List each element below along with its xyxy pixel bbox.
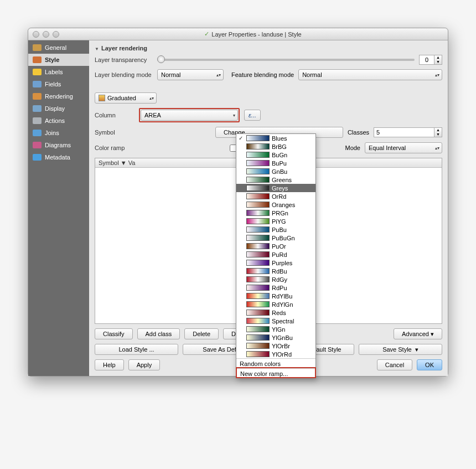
ramp-option-ylorrd[interactable]: YlOrRd [236,350,315,358]
cancel-button[interactable]: Cancel [377,359,412,370]
color-ramp-label: Color ramp [95,145,134,151]
sidebar-item-general[interactable]: General [28,42,89,54]
ramp-swatch-icon [246,351,270,357]
ramp-option-greens[interactable]: Greens [236,176,315,184]
layer-blend-select[interactable]: Normal▴▾ [157,69,224,80]
ramp-name: PuBu [272,226,287,233]
join-icon [33,130,42,136]
sidebar-item-style[interactable]: Style [28,54,89,66]
ramp-swatch-icon [246,168,270,174]
ramp-option-rdpu[interactable]: RdPu [236,284,315,292]
classes-value[interactable] [374,127,434,137]
ramp-option-purd[interactable]: PuRd [236,250,315,259]
minimize-icon[interactable] [43,31,49,38]
ramp-option-rdgy[interactable]: RdGy [236,275,315,284]
ramp-swatch-icon [246,243,270,249]
ramp-name: YlOrRd [272,351,292,358]
ramp-name: Greys [272,185,288,192]
transparency-slider[interactable] [157,59,415,61]
ramp-name: RdPu [272,285,287,291]
ramp-option-bupu[interactable]: BuPu [236,159,315,167]
ramp-name: Spectral [272,318,294,324]
ramp-option-ylgnbu[interactable]: YlGnBu [236,333,315,342]
ramp-option-greys[interactable]: Greys [236,184,315,192]
apply-button[interactable]: Apply [128,359,161,370]
ramp-new-color-ramp[interactable]: New color ramp... [237,368,315,377]
mode-select[interactable]: Equal Interval▴▾ [365,142,442,153]
wrench-icon [33,44,42,51]
ramp-option-pubu[interactable]: PuBu [236,225,315,234]
transparency-spinbox[interactable]: ▲▼ [419,55,442,65]
ramp-name: RdGy [272,276,287,283]
transparency-value[interactable] [419,55,434,65]
ramp-random-colors[interactable]: Random colors [236,358,315,367]
ramp-option-oranges[interactable]: Oranges [236,200,315,209]
ramp-swatch-icon [246,202,270,208]
diagram-icon [33,142,42,148]
sidebar-item-labels[interactable]: Labels [28,66,89,78]
ramp-option-rdylgn[interactable]: RdYlGn [236,300,315,308]
ramp-name: PuRd [272,251,287,258]
classes-spinbox[interactable]: ▲▼ [374,127,442,137]
ramp-name: Reds [272,310,286,316]
sidebar-item-label: Metadata [45,154,70,161]
sidebar-item-metadata[interactable]: Metadata [28,151,89,163]
column-label: Column [95,112,134,118]
sidebar-item-label: Rendering [45,93,73,100]
titlebar: ✓ Layer Properties - landuse | Style [28,28,448,40]
sidebar-item-diagrams[interactable]: Diagrams [28,139,89,151]
save-style-button[interactable]: Save Style ▾ [359,344,442,355]
classify-button[interactable]: Classify [95,328,133,339]
zoom-icon[interactable] [53,31,59,38]
close-icon[interactable] [33,31,39,38]
help-button[interactable]: Help [95,359,124,370]
delete-button[interactable]: Delete [184,328,219,339]
ramp-swatch-icon [246,185,270,191]
ramp-name: PiYG [272,218,286,225]
ramp-option-puor[interactable]: PuOr [236,242,315,250]
sidebar-item-actions[interactable]: Actions [28,115,89,127]
expression-button[interactable]: ε... [244,110,261,121]
ramp-option-pubugn[interactable]: PuBuGn [236,234,315,242]
sidebar-item-fields[interactable]: Fields [28,78,89,90]
renderer-type-select[interactable]: Graduated▴▾ [95,92,157,104]
ramp-option-piyg[interactable]: PiYG [236,217,315,225]
ramp-option-purples[interactable]: Purples [236,259,315,267]
ramp-option-blues[interactable]: ✓Blues [236,134,315,142]
ramp-name: RdBu [272,268,287,275]
brush-icon [33,56,42,63]
ramp-option-orrd[interactable]: OrRd [236,192,315,200]
ramp-name: BrBG [272,143,287,150]
ramp-option-ylgn[interactable]: YlGn [236,325,315,333]
ramp-swatch-icon [246,210,270,216]
ramp-option-rdbu[interactable]: RdBu [236,267,315,275]
color-ramp-dropdown[interactable]: ✓BluesBrBGBuGnBuPuGnBuGreensGreysOrRdOra… [236,133,316,378]
sidebar-item-display[interactable]: Display [28,102,89,115]
load-style-button[interactable]: Load Style ... [95,344,178,355]
sidebar-item-label: Labels [45,69,63,75]
layer-rendering-header[interactable]: Layer rendering [95,44,442,55]
ramp-option-prgn[interactable]: PRGn [236,209,315,217]
feature-blend-select[interactable]: Normal▴▾ [298,69,442,80]
ramp-name: PRGn [272,210,288,217]
window-title: Layer Properties - landuse | Style [211,31,301,38]
ramp-option-reds[interactable]: Reds [236,308,315,317]
ramp-option-spectral[interactable]: Spectral [236,317,315,325]
ramp-option-gnbu[interactable]: GnBu [236,167,315,176]
sidebar-item-rendering[interactable]: Rendering [28,90,89,102]
ok-button[interactable]: OK [417,359,442,370]
mode-label: Mode [345,145,360,151]
sidebar-item-joins[interactable]: Joins [28,127,89,139]
column-select[interactable]: AREA▾ [141,110,238,121]
ramp-option-brbg[interactable]: BrBG [236,142,315,151]
advanced-button[interactable]: Advanced ▾ [394,328,442,339]
classes-label: Classes [348,129,369,136]
ramp-option-bugn[interactable]: BuGn [236,151,315,159]
ramp-swatch-icon [246,301,270,307]
ramp-option-rdylbu[interactable]: RdYlBu [236,292,315,300]
sidebar-item-label: Diagrams [45,142,71,148]
add-class-button[interactable]: Add class [137,328,180,339]
ramp-swatch-icon [246,135,270,141]
ramp-option-ylorbr[interactable]: YlOrBr [236,342,315,350]
ramp-swatch-icon [246,293,270,299]
